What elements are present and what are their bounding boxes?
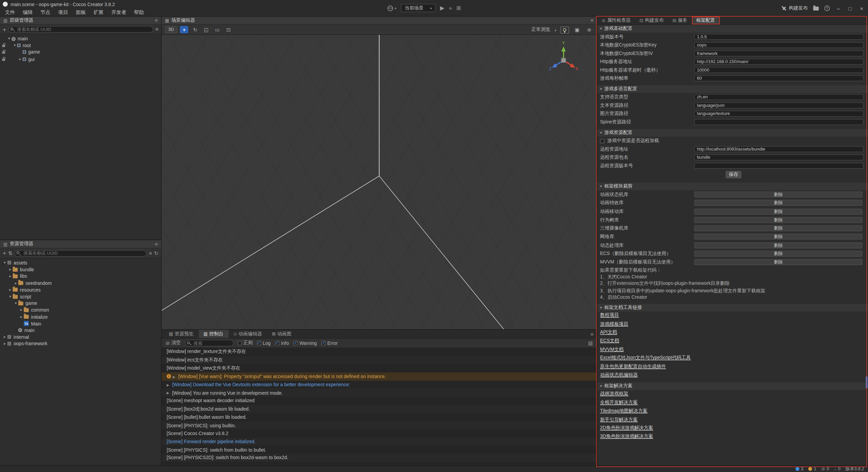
camera-settings-button[interactable]: ▣ (573, 26, 581, 34)
step-button[interactable]: » (449, 5, 452, 11)
tree-row[interactable]: game (0, 49, 161, 56)
console-log-row[interactable]: [Scene] Cocos Creator v3.8.2 (162, 429, 597, 437)
delete-button[interactable]: 删除 (694, 217, 862, 223)
scene-select-dropdown[interactable]: 当前场景 ▾ (401, 4, 436, 12)
console-settings-icon[interactable]: ▤ (588, 340, 593, 346)
save-button[interactable]: 保存 (726, 171, 741, 178)
update-counter[interactable]: ↓ 0 (834, 467, 841, 472)
remote-load-checkbox-row[interactable]: 游戏中资源是否远程加载 (597, 137, 868, 145)
property-input[interactable] (694, 119, 864, 125)
doc-link[interactable]: MVVM文档 (600, 346, 624, 353)
scale-tool[interactable]: ◱ (202, 26, 210, 33)
expand-arrow-icon[interactable]: ▸ (8, 288, 13, 292)
tree-row[interactable]: ▸libs (0, 273, 161, 280)
doc-link[interactable]: Excel格式转Json文件与TypeScript代码工具 (600, 355, 691, 361)
console-tab-4[interactable]: ⊞动画图 (267, 330, 296, 338)
doc-link[interactable]: 全栈开发解决方案 (600, 399, 638, 406)
menu-item[interactable]: 编辑 (19, 8, 37, 16)
build-publish-button[interactable]: 构建发布 (781, 5, 808, 12)
console-log-row[interactable]: [Scene] [PHYSICS]: switch from builtin t… (162, 446, 597, 454)
doc-link[interactable]: ECS文档 (600, 338, 619, 345)
property-input[interactable] (694, 111, 864, 117)
project-folder-icon[interactable] (813, 6, 818, 10)
filter-icon[interactable]: ≡ (149, 250, 152, 256)
tree-row[interactable]: ▸▤oops-framework (0, 340, 161, 347)
expand-arrow-icon[interactable]: ▸ (13, 281, 18, 285)
doc-link[interactable]: Tiledmap地图解决方案 (600, 408, 648, 415)
delete-button[interactable]: 删除 (694, 200, 862, 206)
console-filter-error[interactable]: Error (321, 340, 338, 346)
tree-row[interactable]: ▸bundle (0, 266, 161, 273)
delete-button[interactable]: 删除 (694, 192, 862, 198)
expand-arrow-icon[interactable]: ▸ (18, 57, 23, 61)
property-input[interactable] (694, 102, 864, 109)
section-header[interactable]: ▾框架解决方案 (597, 382, 868, 390)
rotate-tool[interactable]: ↻ (191, 26, 199, 33)
tree-row[interactable]: ▾script (0, 293, 161, 300)
property-input[interactable] (694, 75, 864, 81)
delete-button[interactable]: 删除 (694, 234, 862, 240)
sort-icon[interactable]: ⇅ (8, 250, 12, 256)
property-input[interactable] (694, 51, 864, 57)
delete-button[interactable]: 删除 (694, 209, 862, 215)
menu-item[interactable]: 面板 (72, 8, 90, 16)
tree-row[interactable]: ▾main (0, 35, 161, 42)
help-icon[interactable]: ? (824, 5, 830, 11)
preview-target-select[interactable]: ▾ (388, 5, 396, 11)
console-filter-log[interactable]: Log (257, 340, 271, 346)
section-header[interactable]: ▾游戏多语言配置 (597, 85, 868, 93)
property-input[interactable] (694, 154, 864, 160)
collapse-arrow-icon[interactable]: ▾ (7, 37, 12, 41)
console-log-row[interactable]: ▶[Window] Download the Vue Devtools exte… (162, 380, 597, 389)
menu-item[interactable]: 项目 (54, 8, 72, 16)
tree-row[interactable]: ▾▤assets (0, 259, 161, 266)
inspector-tab-1[interactable]: ⊙属性检查器 (597, 17, 635, 24)
error-counter[interactable]: ⊘ 0 (821, 467, 829, 472)
section-header[interactable]: ▾框架文档工具链接 (597, 303, 868, 311)
tree-row[interactable]: ▸seedrandom (0, 280, 161, 287)
minimize-button[interactable]: – (835, 5, 842, 12)
section-header[interactable]: ▾游戏基础配置 (597, 25, 868, 33)
delete-button[interactable]: 删除 (694, 251, 862, 257)
property-input[interactable] (694, 94, 864, 100)
inspector-tab-4[interactable]: 框架配置 (692, 17, 719, 24)
tree-row[interactable]: ▸common (0, 307, 161, 314)
tree-row[interactable]: ▸▤internal (0, 334, 161, 340)
console-log-row[interactable]: [Scene] meshopt wasm decoder initialized (162, 397, 597, 405)
delete-button[interactable]: 删除 (694, 225, 862, 231)
warning-counter[interactable]: 1 (808, 467, 816, 472)
console-log-row[interactable]: [Scene] [bullet]:bullet wasm lib loaded. (162, 413, 597, 421)
expand-arrow-icon[interactable]: ▸ (2, 335, 7, 339)
expand-arrow-icon[interactable]: ▸ (19, 308, 24, 312)
menu-item[interactable]: 节点 (37, 8, 54, 16)
section-header[interactable]: ▾游戏资源配置 (597, 129, 868, 137)
panel-menu-icon[interactable]: ≡ (155, 241, 158, 247)
expand-arrow-icon[interactable]: ▸ (8, 268, 13, 272)
inspector-tab-2[interactable]: ⊡构建发布 (635, 17, 668, 24)
gizmo-pivot-tool[interactable]: ⊡ (224, 26, 233, 33)
console-menu-icon[interactable]: ≡ (591, 331, 597, 337)
doc-link[interactable]: 原生包热更新配置自动生成插件 (600, 363, 666, 370)
projection-toggle[interactable]: 3D (165, 26, 177, 33)
console-tab-3[interactable]: ◇动画编辑器 (229, 330, 267, 338)
rect-tool[interactable]: ▭ (213, 26, 221, 33)
clear-console-button[interactable]: ⊘ 清空 (165, 340, 181, 347)
delete-button[interactable]: 删除 (694, 242, 862, 248)
doc-link[interactable]: 战棋游戏框架 (600, 391, 628, 398)
add-asset-button[interactable]: + (3, 250, 6, 256)
tree-row[interactable]: ▾game (0, 300, 161, 307)
maximize-button[interactable]: □ (847, 5, 853, 12)
add-node-button[interactable]: + (3, 26, 6, 33)
log-expand-arrow[interactable]: ▶ (166, 383, 172, 387)
hierarchy-search-input[interactable] (8, 26, 153, 33)
scrollbar-thumb[interactable] (866, 376, 868, 389)
expand-arrow-icon[interactable]: ▸ (8, 274, 13, 279)
console-filter-warning[interactable]: Warning (293, 340, 317, 346)
property-input[interactable] (694, 67, 864, 73)
assets-search-input[interactable] (15, 250, 147, 257)
collapse-arrow-icon[interactable]: ▾ (2, 261, 7, 265)
view-mode-dropdown[interactable]: 正常浏览 ▾ (531, 26, 556, 33)
console-log-row[interactable]: [Scene] [PHYSICS2D]: switch from box2d-w… (162, 454, 597, 462)
property-input[interactable] (694, 163, 864, 169)
log-expand-arrow[interactable]: ▶ (173, 375, 178, 378)
